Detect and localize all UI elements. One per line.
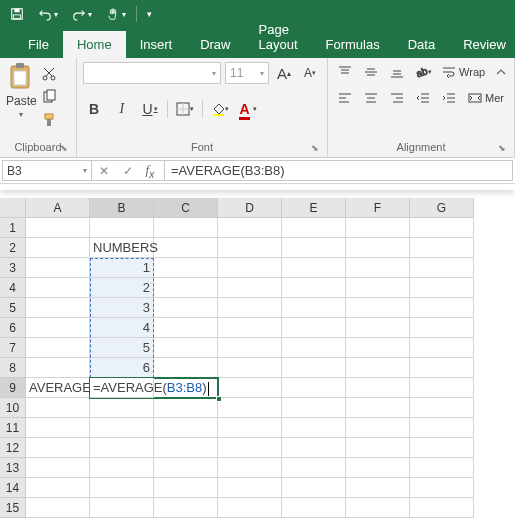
cell-E3[interactable] <box>282 258 346 278</box>
cell-D15[interactable] <box>218 498 282 518</box>
cell-B5[interactable]: 3 <box>90 298 154 318</box>
redo-button[interactable]: ▾ <box>68 5 96 23</box>
cell-G1[interactable] <box>410 218 474 238</box>
row-header[interactable]: 8 <box>0 358 26 378</box>
cell-G9[interactable] <box>410 378 474 398</box>
alignment-launcher[interactable]: ⬊ <box>498 143 506 153</box>
ribbon-collapse-button[interactable] <box>491 62 511 82</box>
tab-page-layout[interactable]: Page Layout <box>245 16 312 58</box>
enter-formula-button[interactable]: ✓ <box>116 161 140 180</box>
cell-G12[interactable] <box>410 438 474 458</box>
cell-A10[interactable] <box>26 398 90 418</box>
cell-G11[interactable] <box>410 418 474 438</box>
row-header[interactable]: 4 <box>0 278 26 298</box>
tab-draw[interactable]: Draw <box>186 31 244 58</box>
cell-F2[interactable] <box>346 238 410 258</box>
copy-button[interactable] <box>41 89 57 108</box>
cell-G13[interactable] <box>410 458 474 478</box>
cell-F5[interactable] <box>346 298 410 318</box>
cell-C7[interactable] <box>154 338 218 358</box>
undo-button[interactable]: ▾ <box>34 5 62 23</box>
align-left-button[interactable] <box>334 88 356 108</box>
font-size-select[interactable]: 11▾ <box>225 62 269 84</box>
row-header[interactable]: 12 <box>0 438 26 458</box>
cell-D10[interactable] <box>218 398 282 418</box>
tab-review[interactable]: Review <box>449 31 515 58</box>
col-header-E[interactable]: E <box>282 198 346 218</box>
cell-B4[interactable]: 2 <box>90 278 154 298</box>
cell-G10[interactable] <box>410 398 474 418</box>
col-header-F[interactable]: F <box>346 198 410 218</box>
cell-A3[interactable] <box>26 258 90 278</box>
cell-C5[interactable] <box>154 298 218 318</box>
cell-F12[interactable] <box>346 438 410 458</box>
merge-center-button[interactable]: Mer <box>464 88 508 108</box>
row-header[interactable]: 6 <box>0 318 26 338</box>
cell-F3[interactable] <box>346 258 410 278</box>
cell-B8[interactable]: 6 <box>90 358 154 378</box>
align-bottom-button[interactable] <box>386 62 408 82</box>
cell-G8[interactable] <box>410 358 474 378</box>
row-header[interactable]: 14 <box>0 478 26 498</box>
cell-D14[interactable] <box>218 478 282 498</box>
cell-E8[interactable] <box>282 358 346 378</box>
cell-B7[interactable]: 5 <box>90 338 154 358</box>
tab-formulas[interactable]: Formulas <box>312 31 394 58</box>
cell-C4[interactable] <box>154 278 218 298</box>
italic-button[interactable]: I <box>111 98 133 120</box>
col-header-C[interactable]: C <box>154 198 218 218</box>
cell-C15[interactable] <box>154 498 218 518</box>
cell-G2[interactable] <box>410 238 474 258</box>
increase-indent-button[interactable] <box>438 88 460 108</box>
font-color-button[interactable]: A▾ <box>237 98 259 120</box>
cell-C3[interactable] <box>154 258 218 278</box>
format-painter-button[interactable] <box>41 112 57 131</box>
cell-E13[interactable] <box>282 458 346 478</box>
cell-C1[interactable] <box>154 218 218 238</box>
cell-F11[interactable] <box>346 418 410 438</box>
cell-C8[interactable] <box>154 358 218 378</box>
select-all-corner[interactable] <box>0 198 26 218</box>
cell-A8[interactable] <box>26 358 90 378</box>
cell-B6[interactable]: 4 <box>90 318 154 338</box>
qat-customize-button[interactable]: ▾ <box>143 7 156 21</box>
cell-F9[interactable] <box>346 378 410 398</box>
cell-D4[interactable] <box>218 278 282 298</box>
row-header[interactable]: 9 <box>0 378 26 398</box>
col-header-G[interactable]: G <box>410 198 474 218</box>
paste-button[interactable]: Paste ▾ <box>6 62 37 119</box>
cell-D12[interactable] <box>218 438 282 458</box>
cell-G14[interactable] <box>410 478 474 498</box>
wrap-text-button[interactable]: Wrap <box>438 62 489 82</box>
cell-A9[interactable]: AVERAGE= <box>26 378 90 398</box>
cell-E12[interactable] <box>282 438 346 458</box>
cell-D6[interactable] <box>218 318 282 338</box>
cell-C12[interactable] <box>154 438 218 458</box>
cell-B14[interactable] <box>90 478 154 498</box>
cell-B1[interactable] <box>90 218 154 238</box>
cell-G5[interactable] <box>410 298 474 318</box>
cell-E1[interactable] <box>282 218 346 238</box>
cell-E2[interactable] <box>282 238 346 258</box>
cell-A7[interactable] <box>26 338 90 358</box>
cancel-formula-button[interactable]: ✕ <box>92 161 116 180</box>
cell-A4[interactable] <box>26 278 90 298</box>
cell-C11[interactable] <box>154 418 218 438</box>
cell-A5[interactable] <box>26 298 90 318</box>
cell-F13[interactable] <box>346 458 410 478</box>
col-header-D[interactable]: D <box>218 198 282 218</box>
cell-G6[interactable] <box>410 318 474 338</box>
tab-data[interactable]: Data <box>394 31 449 58</box>
cell-B10[interactable] <box>90 398 154 418</box>
cell-F4[interactable] <box>346 278 410 298</box>
fill-color-button[interactable]: ▾ <box>209 98 231 120</box>
decrease-font-button[interactable]: A▾ <box>299 62 321 84</box>
bold-button[interactable]: B <box>83 98 105 120</box>
touch-mode-button[interactable]: ▾ <box>102 5 130 23</box>
cell-D2[interactable] <box>218 238 282 258</box>
row-header[interactable]: 15 <box>0 498 26 518</box>
clipboard-launcher[interactable]: ⬊ <box>60 143 68 153</box>
tab-file[interactable]: File <box>14 31 63 58</box>
cell-C10[interactable] <box>154 398 218 418</box>
cell-B9[interactable]: =AVERAGE(B3:B8) <box>90 378 154 398</box>
